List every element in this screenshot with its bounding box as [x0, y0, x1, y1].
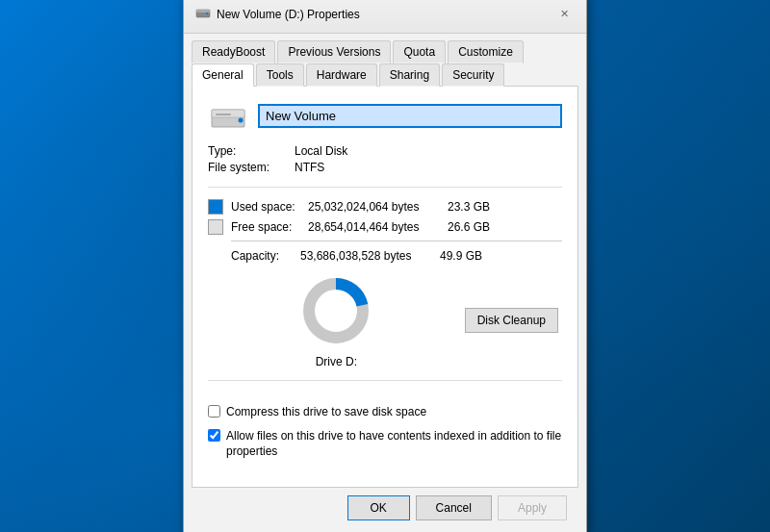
tab-tools[interactable]: Tools	[256, 63, 304, 87]
tabs-row-2: General Tools Hardware Sharing Security	[192, 63, 578, 86]
type-value: Local Disk	[295, 144, 347, 158]
free-label: Free space:	[231, 220, 308, 234]
compress-checkbox-row: Compress this drive to save disk space	[208, 404, 562, 420]
svg-point-9	[316, 291, 356, 331]
main-content: Type: Local Disk File system: NTFS Used …	[192, 86, 578, 488]
compress-checkbox[interactable]	[208, 405, 220, 418]
svg-rect-1	[196, 10, 210, 13]
title-text: New Volume (D:) Properties	[217, 8, 360, 21]
tabs-row-1: ReadyBoost Previous Versions Quota Custo…	[192, 39, 578, 63]
dialog-footer: OK Cancel Apply	[192, 488, 578, 528]
svg-rect-6	[216, 114, 231, 115]
capacity-gb: 49.9 GB	[440, 249, 482, 263]
filesystem-label: File system:	[208, 161, 295, 174]
info-section: Type: Local Disk File system: NTFS	[208, 144, 562, 188]
svg-point-2	[206, 13, 208, 14]
cancel-button[interactable]: Cancel	[416, 495, 492, 520]
drive-icon	[208, 102, 246, 131]
type-row: Type: Local Disk	[208, 144, 562, 158]
donut-cleanup-row: Drive D: Disk Cleanup	[208, 272, 562, 368]
donut-area: Drive D:	[208, 272, 465, 368]
filesystem-row: File system: NTFS	[208, 161, 562, 174]
space-section: Used space: 25,032,024,064 bytes 23.3 GB…	[208, 199, 562, 381]
tabs-container: ReadyBoost Previous Versions Quota Custo…	[184, 34, 586, 86]
svg-point-5	[239, 117, 244, 122]
tab-sharing[interactable]: Sharing	[379, 63, 440, 87]
free-bytes: 28,654,014,464 bytes	[308, 220, 448, 234]
tab-customize[interactable]: Customize	[448, 40, 524, 63]
tab-previous-versions[interactable]: Previous Versions	[277, 40, 391, 63]
title-bar: New Volume (D:) Properties ✕	[184, 0, 586, 34]
index-checkbox-row: Allow files on this drive to have conten…	[208, 428, 562, 461]
filesystem-value: NTFS	[295, 161, 324, 174]
free-space-row: Free space: 28,654,014,464 bytes 26.6 GB	[208, 219, 562, 235]
index-checkbox[interactable]	[208, 429, 220, 442]
properties-dialog: New Volume (D:) Properties ✕ ReadyBoost …	[183, 0, 587, 532]
used-bytes: 25,032,024,064 bytes	[308, 200, 448, 214]
donut-chart	[297, 272, 374, 349]
capacity-row: Capacity: 53,686,038,528 bytes 49.9 GB	[208, 249, 562, 263]
capacity-bytes: 53,686,038,528 bytes	[300, 249, 440, 263]
compress-label[interactable]: Compress this drive to save disk space	[226, 404, 426, 420]
used-space-row: Used space: 25,032,024,064 bytes 23.3 GB	[208, 199, 562, 215]
volume-name-input[interactable]	[258, 104, 562, 128]
used-label: Used space:	[231, 200, 308, 214]
tab-readyboost[interactable]: ReadyBoost	[192, 40, 275, 63]
free-gb: 26.6 GB	[448, 220, 490, 234]
apply-button[interactable]: Apply	[498, 495, 567, 520]
type-label: Type:	[208, 144, 295, 158]
free-color-indicator	[208, 219, 223, 235]
close-button[interactable]: ✕	[553, 4, 575, 25]
used-color-indicator	[208, 199, 223, 215]
drive-label: Drive D:	[316, 355, 357, 368]
title-drive-icon	[195, 6, 211, 22]
tab-security[interactable]: Security	[442, 63, 504, 87]
index-label[interactable]: Allow files on this drive to have conten…	[226, 428, 562, 461]
tab-general[interactable]: General	[192, 63, 254, 87]
tab-quota[interactable]: Quota	[393, 40, 446, 63]
ok-button[interactable]: OK	[347, 495, 410, 520]
capacity-label: Capacity:	[231, 249, 300, 263]
space-divider	[231, 241, 562, 241]
checkboxes-section: Compress this drive to save disk space A…	[208, 393, 562, 471]
volume-name-row	[208, 102, 562, 131]
disk-cleanup-button[interactable]: Disk Cleanup	[465, 308, 558, 333]
used-gb: 23.3 GB	[448, 200, 490, 214]
title-bar-left: New Volume (D:) Properties	[195, 6, 360, 22]
tab-hardware[interactable]: Hardware	[306, 63, 377, 87]
